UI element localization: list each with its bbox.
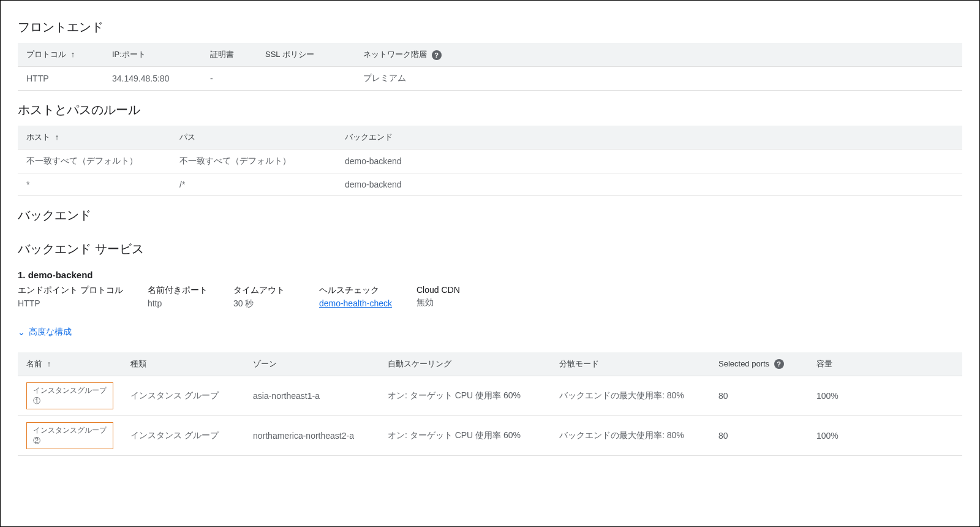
ig-col-capacity[interactable]: 容量	[808, 352, 962, 376]
hp-col-backend[interactable]: バックエンド	[336, 126, 962, 150]
cell-type: インスタンス グループ	[122, 416, 244, 456]
advanced-config-label: 高度な構成	[29, 327, 72, 338]
cell-path: /*	[171, 173, 336, 196]
help-icon[interactable]: ?	[432, 50, 442, 60]
frontend-col-certificate[interactable]: 証明書	[202, 43, 257, 67]
cell-backend: demo-backend	[336, 150, 962, 173]
sort-asc-icon: ↑	[71, 50, 75, 59]
cell-path: 不一致すべて（デフォルト）	[171, 150, 336, 173]
cell-balancing: バックエンドの最大使用率: 80%	[551, 416, 710, 456]
cell-type: インスタンス グループ	[122, 376, 244, 416]
col-label: 名前	[26, 359, 42, 368]
instance-group-row: インスタンスグループ② インスタンス グループ northamerica-nor…	[18, 416, 962, 456]
endpoint-protocol-label: エンドポイント プロトコル	[18, 285, 123, 296]
backend-service-title: バックエンド サービス	[18, 241, 962, 257]
cell-autoscaling: オン: ターゲット CPU 使用率 60%	[379, 416, 551, 456]
cell-ports: 80	[710, 416, 808, 456]
ig-col-autoscaling[interactable]: 自動スケーリング	[379, 352, 551, 376]
endpoint-protocol-value: HTTP	[18, 298, 123, 308]
cell-network-tier: プレミアム	[355, 67, 962, 91]
frontend-col-network-tier[interactable]: ネットワーク階層 ?	[355, 43, 962, 67]
cell-zone: northamerica-northeast2-a	[244, 416, 379, 456]
cell-certificate: -	[202, 67, 257, 91]
cell-zone: asia-northeast1-a	[244, 376, 379, 416]
instance-group-link[interactable]: インスタンスグループ②	[26, 422, 113, 449]
instance-group-link[interactable]: インスタンスグループ①	[26, 382, 113, 409]
col-label: ホスト	[26, 132, 50, 142]
frontend-row: HTTP 34.149.48.5:80 - プレミアム	[18, 67, 962, 91]
frontend-col-ip-port[interactable]: IP:ポート	[104, 43, 202, 67]
instance-group-table: 名前 ↑ 種類 ゾーン 自動スケーリング 分散モード Selected port…	[18, 352, 962, 456]
col-label: Selected ports	[718, 359, 769, 368]
named-port-value: http	[148, 298, 209, 308]
help-icon[interactable]: ?	[774, 359, 784, 369]
hp-col-path[interactable]: パス	[171, 126, 336, 150]
backend-title: バックエンド	[18, 207, 962, 224]
cell-capacity: 100%	[808, 416, 962, 456]
ig-col-balancing[interactable]: 分散モード	[551, 352, 710, 376]
backend-service-name: 1. demo-backend	[18, 270, 962, 280]
cell-protocol: HTTP	[18, 67, 104, 91]
cell-ssl-policy	[257, 67, 355, 91]
ig-col-type[interactable]: 種類	[122, 352, 244, 376]
cell-capacity: 100%	[808, 376, 962, 416]
cell-ports: 80	[710, 376, 808, 416]
hp-row: * /* demo-backend	[18, 173, 962, 196]
cdn-value: 無効	[417, 297, 478, 308]
cell-backend: demo-backend	[336, 173, 962, 196]
timeout-value: 30 秒	[233, 298, 295, 309]
timeout-label: タイムアウト	[233, 285, 295, 296]
hp-row: 不一致すべて（デフォルト） 不一致すべて（デフォルト） demo-backend	[18, 150, 962, 173]
cdn-label: Cloud CDN	[417, 285, 478, 295]
sort-asc-icon: ↑	[55, 132, 59, 142]
ig-col-ports[interactable]: Selected ports ?	[710, 352, 808, 376]
backend-detail-row: エンドポイント プロトコル HTTP 名前付きポート http タイムアウト 3…	[18, 285, 962, 309]
cell-ip-port: 34.149.48.5:80	[104, 67, 202, 91]
named-port-label: 名前付きポート	[148, 285, 209, 296]
ig-col-zone[interactable]: ゾーン	[244, 352, 379, 376]
instance-group-row: インスタンスグループ① インスタンス グループ asia-northeast1-…	[18, 376, 962, 416]
host-path-table: ホスト ↑ パス バックエンド 不一致すべて（デフォルト） 不一致すべて（デフォ…	[18, 126, 962, 196]
cell-autoscaling: オン: ターゲット CPU 使用率 60%	[379, 376, 551, 416]
hp-col-host[interactable]: ホスト ↑	[18, 126, 171, 150]
frontend-col-protocol[interactable]: プロトコル ↑	[18, 43, 104, 67]
frontend-title: フロントエンド	[18, 19, 962, 36]
health-check-link[interactable]: demo-health-check	[319, 298, 392, 308]
col-label: プロトコル	[26, 50, 66, 59]
ig-col-name[interactable]: 名前 ↑	[18, 352, 122, 376]
cell-host: *	[18, 173, 171, 196]
frontend-table: プロトコル ↑ IP:ポート 証明書 SSL ポリシー ネットワーク階層 ? H…	[18, 43, 962, 91]
frontend-col-ssl-policy[interactable]: SSL ポリシー	[257, 43, 355, 67]
cell-host: 不一致すべて（デフォルト）	[18, 150, 171, 173]
health-check-label: ヘルスチェック	[319, 285, 392, 296]
host-path-title: ホストとパスのルール	[18, 102, 962, 118]
chevron-down-icon: ⌄	[18, 327, 25, 337]
advanced-config-toggle[interactable]: ⌄ 高度な構成	[18, 327, 72, 338]
cell-balancing: バックエンドの最大使用率: 80%	[551, 376, 710, 416]
sort-asc-icon: ↑	[47, 359, 51, 368]
col-label: ネットワーク階層	[363, 50, 427, 59]
